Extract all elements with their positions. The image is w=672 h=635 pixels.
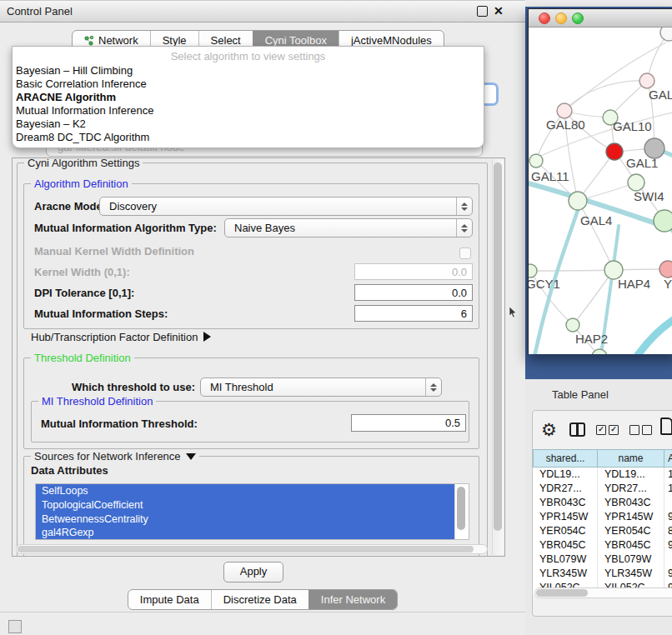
table-panel: Table Panel ⚙ ✓ ✓ shared...nameAYDL19...…: [525, 379, 672, 635]
network-node[interactable]: [660, 28, 672, 41]
unchecked-checkbox-icon[interactable]: [629, 425, 639, 435]
settings-hscrollbar-thumb[interactable]: [18, 546, 474, 552]
attribute-item-betweennesscentrality[interactable]: BetweennessCentrality: [36, 512, 455, 527]
algorithm-option-mutual-information-inference[interactable]: Mutual Information Inference: [13, 104, 484, 118]
which-threshold-combo[interactable]: MI Threshold: [200, 378, 442, 397]
algorithm-option-aracne-algorithm[interactable]: ARACNE Algorithm: [13, 91, 484, 104]
table-hscrollbar-thumb[interactable]: [536, 589, 588, 597]
node-label: GAL7: [649, 88, 672, 102]
node-label: Y: [664, 277, 672, 291]
settings-vertical-scrollbar[interactable]: [492, 159, 504, 555]
mouse-cursor: [509, 307, 519, 318]
table-horizontal-scrollbar[interactable]: [534, 588, 672, 598]
mi-type-label: Mutual Information Algorithm Type:: [34, 222, 217, 234]
columns-icon[interactable]: [569, 422, 585, 437]
tab-label: Discretize Data: [223, 590, 297, 609]
table-panel-title: Table Panel: [552, 388, 609, 401]
column-header-shared[interactable]: shared...: [533, 449, 598, 468]
network-node-gal80[interactable]: [557, 103, 572, 118]
list-scrollbar-thumb[interactable]: [457, 487, 465, 530]
table-row[interactable]: YER054CYER054C8.: [533, 524, 672, 538]
table-cell: 13: [664, 468, 672, 482]
table-row[interactable]: YDR27...YDR27...12: [533, 482, 672, 496]
table-row[interactable]: YDL19...YDL19...13: [533, 468, 672, 482]
attribute-item-gal4rgexp[interactable]: gal4RGexp: [36, 526, 455, 540]
algorithm-option-bayesian-k2[interactable]: Bayesian – K2: [13, 118, 484, 131]
table-cell: YDR27...: [533, 482, 598, 496]
network-node-hap2[interactable]: [566, 318, 579, 332]
hub-definition-label: Hub/Transcription Factor Definition: [31, 331, 198, 343]
network-graph: GAL7GAL80GAL10GAL1GAL11SWI4GAL4GCY1HAP4Y…: [529, 28, 672, 354]
attribute-item-selfloops[interactable]: SelfLoops: [36, 484, 455, 498]
docked-panel-icon[interactable]: [8, 620, 22, 633]
combo-stepper-icon: [456, 219, 472, 237]
data-attributes-label: Data Attributes: [31, 464, 108, 477]
network-node-swi4[interactable]: [654, 210, 672, 232]
algorithm-dropdown-popup: Select algorithm to view settings Bayesi…: [12, 46, 484, 148]
tab-discretize-data[interactable]: Discretize Data: [211, 590, 308, 609]
float-window-icon[interactable]: [477, 6, 488, 17]
table-cell: 9.: [664, 567, 672, 581]
hub-definition-toggle[interactable]: Hub/Transcription Factor Definition: [31, 331, 211, 343]
tab-impute-data[interactable]: Impute Data: [128, 590, 211, 609]
minimize-traffic-light[interactable]: [555, 12, 567, 24]
network-node-gcy1[interactable]: [529, 264, 537, 278]
mi-steps-label: Mutual Information Steps:: [34, 308, 168, 320]
table-row[interactable]: YLR345WYLR345W9.: [533, 567, 672, 581]
close-traffic-light[interactable]: [539, 12, 550, 24]
algorithm-option-bayesian-hill-climbing[interactable]: Bayesian – Hill Climbing: [13, 64, 484, 78]
table-cell: 9.: [664, 538, 672, 552]
aracne-mode-combo[interactable]: Discovery: [99, 197, 473, 216]
apply-button[interactable]: Apply: [223, 562, 283, 582]
zoom-traffic-light[interactable]: [572, 12, 584, 24]
table-cell: YBL079W: [598, 552, 664, 567]
control-panel-title: Control Panel: [7, 1, 73, 22]
node-table: shared...nameAYDL19...YDL19...13YDR27...…: [533, 449, 672, 595]
mi-threshold-field[interactable]: 0.5: [351, 414, 466, 432]
table-row[interactable]: YBR043CYBR043C: [533, 496, 672, 510]
table-row[interactable]: YBL079WYBL079W: [533, 552, 672, 567]
mi-type-combo[interactable]: Naive Bayes: [224, 218, 473, 238]
checked-checkbox-icon[interactable]: ✓: [596, 425, 606, 435]
checked-checkbox-icon[interactable]: ✓: [609, 425, 619, 435]
table-cell: YBR045C: [533, 538, 598, 552]
settings-horizontal-scrollbar[interactable]: [16, 544, 488, 554]
network-node-y[interactable]: [659, 261, 672, 278]
network-node-gal1[interactable]: [606, 143, 623, 160]
attribute-item-topologicalcoefficient[interactable]: TopologicalCoefficient: [36, 498, 455, 512]
network-node[interactable]: [644, 138, 664, 158]
list-scrollbar-track[interactable]: [454, 484, 469, 539]
algorithm-option-dream8-dc-tdc-algorithm[interactable]: Dream8 DC_TDC Algorithm: [13, 131, 484, 144]
network-node-gal7[interactable]: [639, 73, 654, 88]
network-node-gal11[interactable]: [529, 154, 543, 168]
collapsed-arrow-icon: [203, 332, 211, 342]
tab-infer-network[interactable]: Infer Network: [308, 590, 397, 609]
close-icon[interactable]: ✕: [494, 3, 504, 18]
algorithm-option-basic-correlation-inference[interactable]: Basic Correlation Inference: [13, 78, 484, 91]
algorithm-definition-title: Algorithm Definition: [31, 178, 132, 190]
column-header-a[interactable]: A: [664, 449, 672, 468]
table-row[interactable]: YPR145WYPR145W9.: [533, 510, 672, 524]
network-window-titlebar[interactable]: [529, 9, 672, 28]
settings-vscrollbar-thumb[interactable]: [494, 162, 502, 531]
new-table-icon[interactable]: [660, 418, 672, 435]
kernel-width-label: Kernel Width (0,1):: [34, 266, 130, 278]
table-cell: YPR145W: [533, 510, 598, 524]
which-threshold-value: MI Threshold: [201, 381, 425, 393]
table-cell: 8.: [664, 524, 672, 538]
unchecked-checkbox-icon[interactable]: [642, 425, 652, 435]
network-edge: [530, 270, 614, 271]
dpi-tolerance-field[interactable]: 0.0: [354, 284, 473, 301]
table-row[interactable]: YBR045CYBR045C9.: [533, 538, 672, 552]
sources-group-title[interactable]: Sources for Network Inference: [31, 450, 199, 462]
control-panel-bottom-edge: [0, 612, 525, 612]
network-canvas[interactable]: GAL7GAL80GAL10GAL1GAL11SWI4GAL4GCY1HAP4Y…: [529, 28, 672, 354]
mi-steps-field[interactable]: 6: [354, 305, 473, 322]
data-attributes-list: SelfLoopsTopologicalCoefficientBetweenne…: [35, 483, 469, 540]
network-node[interactable]: [628, 174, 644, 191]
network-edge: [578, 201, 614, 270]
gear-icon[interactable]: ⚙: [541, 421, 557, 438]
node-label: SWI4: [634, 189, 664, 203]
column-header-name[interactable]: name: [598, 449, 664, 468]
network-node-gal4[interactable]: [569, 192, 587, 210]
